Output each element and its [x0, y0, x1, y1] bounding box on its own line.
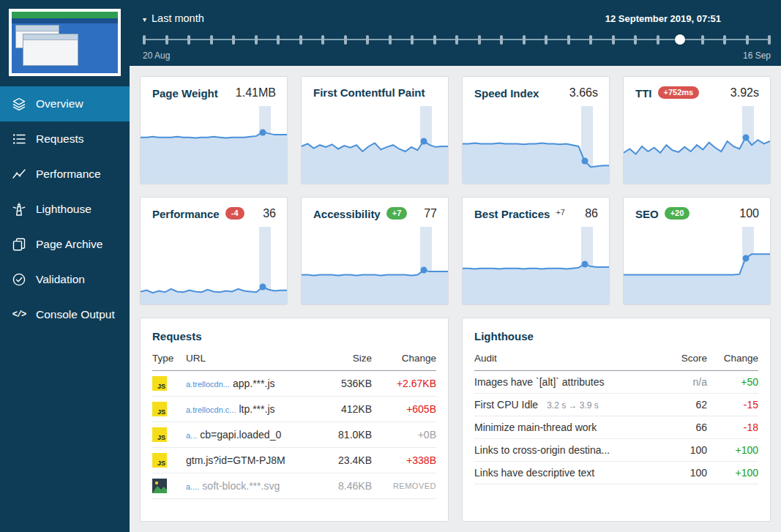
sparkline-chart	[624, 240, 770, 304]
metric-card-seo[interactable]: SEO +20 100	[623, 197, 771, 305]
card-value: 3.66s	[569, 86, 598, 100]
detail-panels: Requests Type URL Size Change	[140, 318, 771, 522]
sidebar-item-label: Requests	[36, 132, 83, 146]
table-row[interactable]: Links to cross-origin destina... 100 +10…	[474, 439, 758, 462]
js-file-icon: JS	[152, 376, 167, 391]
metric-card-accessibility[interactable]: Accessibility +7 77	[301, 197, 449, 305]
url-domain: a...	[186, 431, 197, 440]
metric-cards-grid: Page Weight 1.41MB First Contentful Pain…	[140, 76, 771, 305]
table-row[interactable]: Minimize main-thread work 66 -18	[474, 416, 758, 439]
sidebar-item-validation[interactable]: Validation	[0, 262, 130, 297]
audit-detail: 3.2 s → 3.9 s	[547, 400, 599, 411]
table-row[interactable]: JS gtm.js?id=GTM-PJ8M 23.4KB +338B	[152, 448, 436, 473]
lighthouse-panel: Lighthouse Audit Score Change Images hav…	[462, 318, 771, 522]
sidebar-item-page-archive[interactable]: Page Archive	[0, 227, 130, 262]
lighthouse-table: Audit Score Change Images have `[alt]` a…	[474, 347, 758, 484]
requests-panel: Requests Type URL Size Change	[140, 318, 449, 522]
table-row[interactable]: a....soft-block.***.svg 8.46KB REMOVED	[152, 473, 436, 499]
audit-change: -15	[707, 394, 758, 416]
sidebar-item-label: Performance	[36, 168, 101, 181]
sidebar-item-overview[interactable]: Overview	[0, 86, 130, 121]
sidebar-nav: Overview Requests Performance Lighthouse	[0, 86, 130, 332]
card-title: TTI	[635, 87, 652, 100]
change-indicator: +7	[556, 208, 565, 217]
card-value: 36	[263, 207, 276, 220]
card-title: Speed Index	[474, 87, 539, 100]
js-file-icon: JS	[152, 427, 167, 442]
timeline-slider[interactable]	[143, 31, 771, 48]
sidebar-item-console-output[interactable]: </> Console Output	[0, 297, 130, 332]
table-row[interactable]: Images have `[alt]` attributes n/a +50	[474, 371, 758, 394]
column-header-audit: Audit	[474, 347, 665, 371]
column-header-change: Change	[372, 347, 436, 371]
table-row[interactable]: Links have descriptive text 100 +100	[474, 462, 758, 484]
thumbnail-image	[12, 12, 118, 73]
audit-score: 100	[665, 439, 707, 462]
card-value: 77	[424, 207, 437, 220]
metric-card-performance[interactable]: Performance -4 36	[140, 197, 288, 305]
sidebar-item-lighthouse[interactable]: Lighthouse	[0, 192, 130, 227]
url-domain: a....	[186, 482, 199, 491]
metric-card-best-practices[interactable]: Best Practices +7 86	[462, 197, 610, 305]
check-circle-icon	[12, 272, 26, 287]
timeline-handle[interactable]	[675, 34, 685, 45]
app-window: Overview Requests Performance Lighthouse	[0, 0, 781, 532]
column-header-url: URL	[186, 347, 316, 371]
sidebar-item-performance[interactable]: Performance	[0, 157, 130, 192]
panel-title: Requests	[152, 330, 436, 342]
timeline-start-label: 20 Aug	[143, 50, 170, 61]
request-change: +0B	[372, 422, 436, 448]
request-size: 412KB	[316, 397, 372, 422]
column-header-score: Score	[665, 347, 707, 371]
column-header-type: Type	[152, 347, 186, 371]
url-domain: a.trellocdn.c...	[186, 405, 236, 414]
card-value: 3.92s	[730, 86, 759, 100]
audit-score: n/a	[665, 371, 707, 394]
selected-date-label: 12 September 2019, 07:51	[605, 13, 721, 24]
sidebar-item-requests[interactable]: Requests	[0, 121, 130, 157]
audit-name: Minimize main-thread work	[474, 422, 597, 433]
card-title: Performance	[152, 208, 220, 220]
request-size: 23.4KB	[316, 448, 372, 473]
panel-title: Lighthouse	[474, 330, 758, 342]
dashboard-content: Page Weight 1.41MB First Contentful Pain…	[130, 66, 781, 532]
table-row[interactable]: JS a...cb=gapi.loaded_0 81.0KB +0B	[152, 422, 436, 448]
sidebar-item-label: Console Output	[36, 308, 115, 321]
sparkline-chart	[141, 119, 287, 184]
url-filename: cb=gapi.loaded_0	[200, 429, 281, 441]
metric-card-speed-index[interactable]: Speed Index 3.66s	[462, 76, 610, 184]
audit-name: Links to cross-origin destina...	[474, 444, 610, 456]
table-row[interactable]: First CPU Idle3.2 s → 3.9 s 62 -15	[474, 394, 758, 416]
card-value: 100	[739, 207, 759, 220]
js-file-icon: JS	[152, 453, 167, 468]
page-screenshot-thumbnail[interactable]	[9, 9, 121, 76]
request-change: +338B	[372, 448, 436, 473]
change-badge: -4	[225, 207, 244, 220]
caret-down-icon: ▾	[143, 15, 146, 23]
url-filename: ltp.***.js	[239, 403, 274, 415]
sidebar: Overview Requests Performance Lighthouse	[0, 0, 130, 532]
url-filename: gtm.js?id=GTM-PJ8M	[186, 454, 285, 466]
change-badge: +20	[665, 207, 690, 220]
metric-card-page-weight[interactable]: Page Weight 1.41MB	[140, 76, 288, 184]
metric-card-first-contentful-paint[interactable]: First Contentful Paint	[301, 76, 449, 184]
audit-change: +50	[707, 371, 758, 394]
audit-score: 66	[665, 416, 707, 439]
url-filename: soft-block.***.svg	[202, 480, 280, 492]
sparkline-chart	[302, 240, 448, 304]
request-size: 81.0KB	[316, 422, 372, 448]
card-value: 1.41MB	[236, 86, 276, 100]
copy-pages-icon	[12, 237, 26, 252]
table-row[interactable]: JS a.trellocdn...app.***.js 536KB +2.67K…	[152, 371, 436, 397]
table-row[interactable]: JS a.trellocdn.c...ltp.***.js 412KB +605…	[152, 397, 436, 422]
sidebar-item-label: Validation	[36, 273, 85, 286]
date-range-label: Last month	[152, 12, 204, 24]
change-badge: +7	[386, 207, 408, 220]
card-title: SEO	[635, 208, 659, 220]
request-size: 536KB	[316, 371, 372, 397]
request-change: REMOVED	[372, 473, 436, 499]
date-range-dropdown[interactable]: ▾ Last month	[143, 12, 204, 24]
metric-card-tti[interactable]: TTI +752ms 3.92s	[623, 76, 771, 184]
line-chart-icon	[12, 167, 26, 181]
change-badge: +752ms	[658, 86, 700, 99]
